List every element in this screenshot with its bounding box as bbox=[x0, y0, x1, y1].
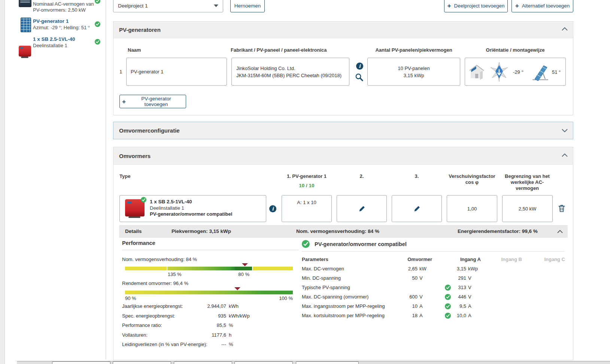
peak-power: 3,15 kWp bbox=[404, 72, 424, 79]
inverter-name: 1 x SB 2.5-1VL-40 bbox=[150, 199, 192, 204]
module-info-icon[interactable]: i bbox=[356, 63, 363, 70]
status-check-icon bbox=[95, 0, 100, 4]
chevron-down-icon[interactable] bbox=[562, 129, 568, 132]
panel-count-field[interactable]: 10 PV-panelen 3,15 kWp bbox=[367, 58, 460, 86]
footer-button[interactable] bbox=[234, 361, 293, 364]
inverters-header[interactable]: Omvormers bbox=[113, 147, 573, 165]
generator-name-input[interactable]: PV-generator 1 bbox=[126, 58, 227, 86]
col-header-type: Type bbox=[119, 173, 130, 179]
panel-title: Omvormerconfiguratie bbox=[119, 127, 180, 134]
inverter-dark-icon bbox=[19, 0, 31, 7]
inverter-config-panel[interactable]: Omvormerconfiguratie bbox=[113, 122, 573, 139]
stat-performance-ratio: Performance ratio: 85,5 % bbox=[122, 322, 298, 328]
details-power-ratio: Nom. vermogensverhouding: 84 % bbox=[296, 228, 379, 234]
compatibility-section: PV-generator/omvormer compatibel Paramet… bbox=[302, 240, 565, 320]
parameter-row: Max. ingangsstroom per MPP-regeling 10A … bbox=[302, 301, 565, 311]
footer-button[interactable] bbox=[174, 361, 232, 364]
sidebar-item-inverter-summary[interactable]: Nominaal AC-vermogen van PV-omvormers: 2… bbox=[5, 0, 106, 10]
plus-icon: + bbox=[447, 3, 451, 9]
footer-button[interactable] bbox=[113, 361, 171, 364]
inverter-efficiency-bar: 90 % 100 % bbox=[125, 291, 293, 294]
ac-limit-field[interactable]: 2,50 kW bbox=[502, 195, 553, 222]
efficiency-bar-label: Rendement omvormer: 96,4 % bbox=[122, 280, 188, 286]
col-header-orientation: Oriëntatie / montagewijze bbox=[465, 47, 566, 53]
assignment-2-edit-box[interactable] bbox=[337, 195, 387, 222]
pv-generators-panel: PV-generatoren Naam Fabrikant / PV-panee… bbox=[113, 21, 573, 115]
plus-icon: + bbox=[122, 98, 126, 105]
col-header-2: 2. bbox=[337, 173, 387, 179]
main-content: Deelproject 1 Hernoemen + Deelproject to… bbox=[113, 0, 573, 364]
search-icon[interactable] bbox=[355, 73, 364, 82]
ok-check-icon bbox=[445, 303, 451, 309]
stat-full-load-hours: Vollasturen: 1177,6 h bbox=[122, 332, 298, 338]
compatible-check-icon bbox=[302, 240, 310, 248]
cos-phi-field[interactable]: 1,00 bbox=[447, 195, 497, 222]
chevron-up-icon[interactable] bbox=[562, 27, 568, 31]
details-energy-factor: Energierendementsfactor: 99,6 % bbox=[458, 228, 538, 234]
tilt-panel-icon bbox=[532, 63, 549, 81]
add-subproject-button[interactable]: + Deelproject toevoegen bbox=[444, 0, 508, 12]
ok-check-icon bbox=[445, 285, 451, 291]
assignment-3-edit-box[interactable] bbox=[392, 195, 442, 222]
input-a-assignment-box[interactable]: A: 1 x 10 bbox=[282, 195, 332, 222]
sidebar-item-subtitle: Nominaal AC-vermogen van bbox=[33, 1, 94, 7]
chevron-down-icon bbox=[214, 4, 218, 7]
house-icon bbox=[469, 63, 485, 81]
app-root: Nominaal AC-vermogen van PV-omvormers: 2… bbox=[0, 0, 610, 364]
pencil-icon bbox=[414, 206, 420, 212]
parameter-row: Min. DC-spanning 50V 291V bbox=[302, 273, 565, 283]
add-generator-button[interactable]: + PV-generator toevoegen bbox=[119, 95, 186, 108]
panel-title: Omvormers bbox=[119, 153, 151, 159]
tilt-value: 51 ° bbox=[552, 69, 561, 75]
chevron-up-icon[interactable] bbox=[562, 154, 568, 157]
footer-button[interactable] bbox=[296, 361, 359, 364]
details-toggle-bar[interactable]: Details Piekvermogen: 3,15 kWp Nom. verm… bbox=[119, 225, 568, 238]
orientation-field[interactable]: -29 ° 51 ° bbox=[465, 58, 566, 86]
trash-icon[interactable] bbox=[558, 204, 565, 212]
inverter-type-box[interactable]: 1 x SB 2.5-1VL-40 Deelinstallatie 1 PV-g… bbox=[119, 195, 266, 222]
pv-generators-header[interactable]: PV-generatoren bbox=[113, 22, 573, 38]
left-rail bbox=[0, 0, 5, 364]
power-ratio-bar: 135 % 80 % bbox=[125, 267, 293, 270]
add-alternative-button[interactable]: + Alternatief toevoegen bbox=[512, 0, 573, 12]
sidebar-item-subtitle: PV-omvormers: 2,50 kW bbox=[33, 7, 94, 13]
panel-count: 10 PV-panelen bbox=[398, 65, 430, 72]
ratio-bar-label: Nom. vermogensverhouding: 84 % bbox=[122, 257, 197, 262]
rename-button[interactable]: Hernoemen bbox=[230, 0, 265, 12]
generator1-assignment-count: 10 / 10 bbox=[282, 183, 332, 188]
footer-button[interactable] bbox=[52, 361, 110, 364]
performance-title: Performance bbox=[122, 240, 299, 250]
module-type: JKM-315M-60M (5BB) PERC Cheetah (09/2018… bbox=[236, 72, 349, 79]
module-select-field[interactable]: JinkoSolar Holding Co. Ltd. JKM-315M-60M… bbox=[231, 58, 349, 86]
stat-specific-yield: Spec. energieopbrengst: 935 kWh/kWp bbox=[122, 313, 298, 319]
chevron-up-icon[interactable] bbox=[557, 230, 563, 233]
inverter-red-icon bbox=[19, 46, 31, 57]
pv-panel-icon bbox=[21, 18, 31, 32]
status-check-icon bbox=[95, 39, 100, 45]
performance-stats: Jaarlijkse energieopbrengst: 2.944,07 kW… bbox=[122, 303, 298, 351]
inverter-compatibility: PV-generator/omvormer compatibel bbox=[150, 211, 232, 217]
stat-annual-yield: Jaarlijkse energieopbrengst: 2.944,07 kW… bbox=[122, 303, 298, 309]
azimuth-value: -29 ° bbox=[513, 69, 523, 75]
compatibility-status: PV-generator/omvormer compatibel bbox=[315, 241, 407, 247]
inverters-panel: Omvormers Type 1. PV-generator 1 10 / 10… bbox=[113, 147, 573, 360]
efficiency-marker bbox=[234, 287, 240, 290]
inverter-info-icon[interactable]: i bbox=[269, 205, 276, 212]
col-header-name: Naam bbox=[128, 47, 141, 53]
azimuth-compass-icon bbox=[489, 62, 509, 82]
col-header-3: 3. bbox=[392, 173, 442, 179]
ok-check-icon bbox=[445, 294, 451, 300]
sidebar-item-title: 1 x SB 2.5-1VL-40 bbox=[33, 36, 75, 42]
ok-check-icon bbox=[445, 313, 451, 319]
panel-title: PV-generatoren bbox=[119, 27, 161, 33]
inverter-installation: Deelinstallatie 1 bbox=[150, 205, 184, 211]
status-check-icon bbox=[141, 197, 146, 203]
parameter-row: Max. DC-spanning (omvormer) 600V 446V bbox=[302, 292, 565, 301]
status-check-icon bbox=[95, 21, 100, 27]
stat-line-losses: Leidingverliezen (in % van PV-energie): … bbox=[122, 342, 298, 347]
performance-section: Performance Nom. vermogensverhouding: 84… bbox=[122, 240, 302, 250]
sidebar-item-title: PV-generator 1 bbox=[33, 18, 69, 24]
details-peak-power: Piekvermogen: 3,15 kWp bbox=[172, 228, 231, 234]
col-header-cosphi: Verschuivingsfactor cos φ bbox=[447, 173, 497, 185]
subproject-select[interactable]: Deelproject 1 bbox=[113, 0, 223, 12]
